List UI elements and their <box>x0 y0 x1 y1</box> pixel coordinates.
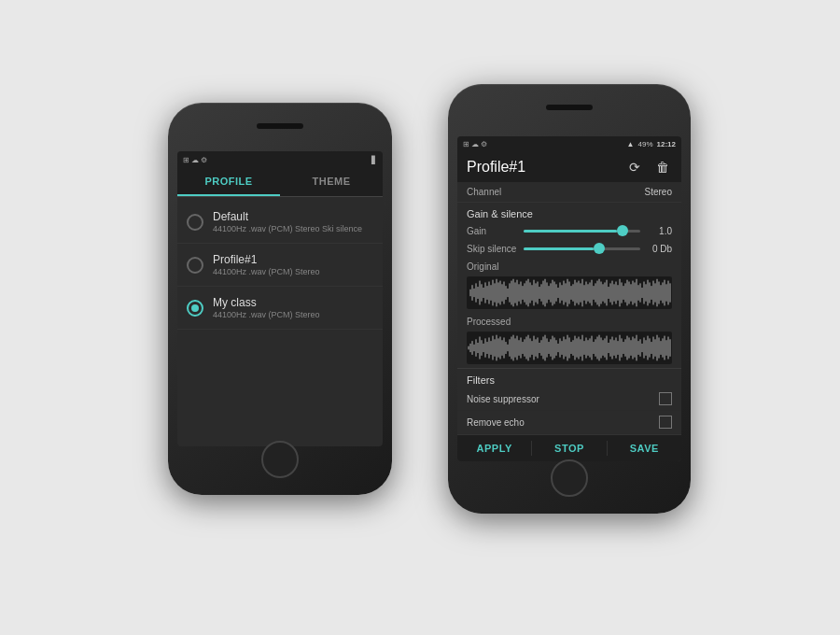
noise-suppressor-checkbox[interactable] <box>659 392 672 405</box>
remove-echo-checkbox[interactable] <box>659 416 672 429</box>
skip-silence-fill <box>524 247 594 250</box>
list-item[interactable]: Profile#1 44100Hz .wav (PCM) Stereo <box>177 244 383 287</box>
profile-name-myclass: My class <box>213 296 320 309</box>
gain-slider-fill <box>524 230 617 233</box>
skip-silence-thumb[interactable] <box>594 243 605 254</box>
processed-waveform <box>467 332 672 364</box>
history-icon[interactable]: ⟳ <box>625 158 644 176</box>
remove-echo-label: Remove echo <box>467 417 525 428</box>
back-status-bar: ⊞ ☁ ⚙ ▋ <box>177 151 383 168</box>
list-item[interactable]: My class 44100Hz .wav (PCM) Stereo <box>177 287 383 330</box>
front-content: ⊞ ☁ ⚙ ▲ 49% 12:12 Profile#1 ⟳ 🗑 <box>457 136 681 461</box>
apply-button[interactable]: APPLY <box>457 435 531 461</box>
save-button[interactable]: SAVE <box>608 435 681 461</box>
back-status-left: ⊞ ☁ ⚙ <box>183 156 207 164</box>
original-waveform <box>467 276 672 309</box>
back-phone-screen: ⊞ ☁ ⚙ ▋ PROFILE THEME Default 44100Hz .w… <box>177 151 383 446</box>
wifi-icon: ▲ <box>627 140 635 148</box>
channel-label: Channel <box>467 187 501 197</box>
clock: 12:12 <box>657 140 676 148</box>
gain-section-title: Gain & silence <box>457 203 681 222</box>
skip-silence-track[interactable] <box>524 247 640 250</box>
bottom-bar: APPLY STOP SAVE <box>457 434 681 461</box>
noise-suppressor-row: Noise suppressor <box>457 388 681 411</box>
radio-profile1[interactable] <box>187 257 203 274</box>
front-status-left: ⊞ ☁ ⚙ <box>463 140 487 148</box>
profile-info-default: Default 44100Hz .wav (PCM) Stereo Ski si… <box>213 210 362 233</box>
front-title: Profile#1 <box>467 159 525 176</box>
gain-label: Gain <box>467 226 518 236</box>
remove-echo-row: Remove echo <box>457 411 681 434</box>
original-label: Original <box>457 258 681 273</box>
skip-silence-label: Skip silence <box>467 244 518 254</box>
back-status-right: ▋ <box>371 156 377 164</box>
back-status-icons: ⊞ ☁ ⚙ <box>183 156 207 164</box>
channel-row: Channel Stereo <box>457 182 681 203</box>
profile-name-default: Default <box>213 210 362 223</box>
gain-slider-track[interactable] <box>524 230 640 233</box>
profile-info-1: Profile#1 44100Hz .wav (PCM) Stereo <box>213 253 320 276</box>
stop-button[interactable]: STOP <box>532 435 606 461</box>
list-item[interactable]: Default 44100Hz .wav (PCM) Stereo Ski si… <box>177 201 383 244</box>
profile-info-myclass: My class 44100Hz .wav (PCM) Stereo <box>213 296 320 319</box>
gain-value: 1.0 <box>646 226 672 236</box>
processed-label: Processed <box>457 313 681 328</box>
tab-theme[interactable]: THEME <box>280 168 383 196</box>
front-status-right: ▲ 49% 12:12 <box>627 140 676 148</box>
skip-silence-value: 0 Db <box>646 244 672 254</box>
scene: ⊞ ☁ ⚙ ▋ PROFILE THEME Default 44100Hz .w… <box>93 28 747 607</box>
filters-title: Filters <box>457 368 681 388</box>
front-header: Profile#1 ⟳ 🗑 <box>457 152 681 182</box>
front-status-bar: ⊞ ☁ ⚙ ▲ 49% 12:12 <box>457 136 681 152</box>
gain-slider-row: Gain 1.0 <box>457 222 681 240</box>
back-phone: ⊞ ☁ ⚙ ▋ PROFILE THEME Default 44100Hz .w… <box>168 103 392 495</box>
skip-silence-slider-row: Skip silence 0 Db <box>457 240 681 258</box>
profile-desc-default: 44100Hz .wav (PCM) Stereo Ski silence <box>213 224 362 233</box>
profile-name-1: Profile#1 <box>213 253 320 266</box>
front-phone-screen: ⊞ ☁ ⚙ ▲ 49% 12:12 Profile#1 ⟳ 🗑 <box>457 136 681 461</box>
front-phone: ⊞ ☁ ⚙ ▲ 49% 12:12 Profile#1 ⟳ 🗑 <box>448 84 691 514</box>
header-icons: ⟳ 🗑 <box>625 158 672 176</box>
delete-icon[interactable]: 🗑 <box>653 158 672 176</box>
noise-suppressor-label: Noise suppressor <box>467 394 539 404</box>
tab-bar: PROFILE THEME <box>177 168 383 197</box>
profile-desc-1: 44100Hz .wav (PCM) Stereo <box>213 267 320 276</box>
radio-default[interactable] <box>187 214 203 231</box>
profile-list: Default 44100Hz .wav (PCM) Stereo Ski si… <box>177 197 383 333</box>
channel-value: Stereo <box>645 187 672 197</box>
battery-status: 49% <box>638 140 653 148</box>
gain-slider-thumb[interactable] <box>617 225 628 236</box>
profile-desc-myclass: 44100Hz .wav (PCM) Stereo <box>213 310 320 319</box>
radio-myclass[interactable] <box>187 300 203 317</box>
tab-profile[interactable]: PROFILE <box>177 168 280 196</box>
